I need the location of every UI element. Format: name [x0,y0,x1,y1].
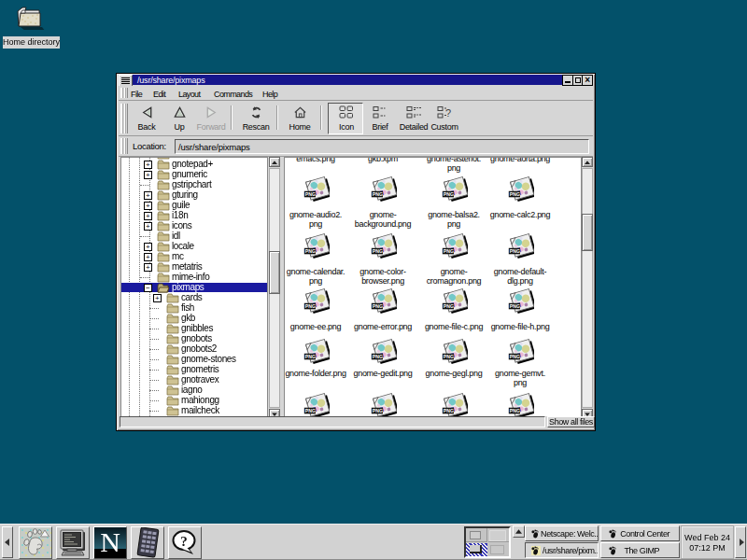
svg-text:?: ? [445,107,451,119]
svg-text:?: ? [180,534,188,549]
svg-text:N: N [100,527,120,557]
